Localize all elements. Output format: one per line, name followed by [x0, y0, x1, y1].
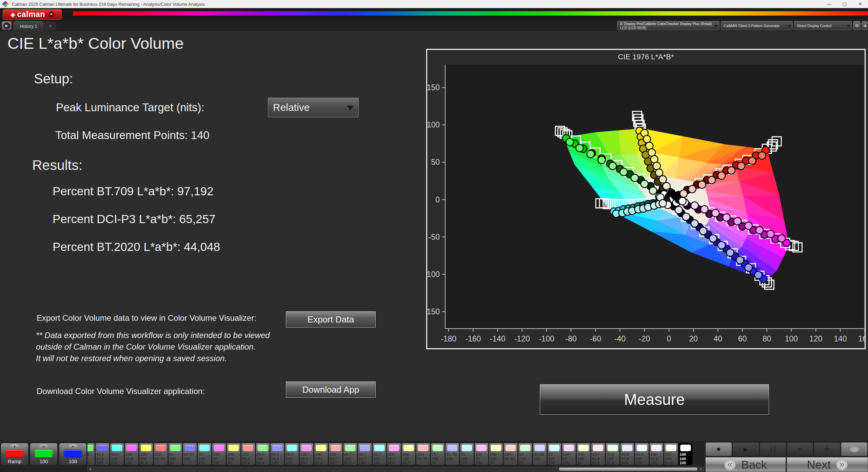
pattern-green-button[interactable]: ▲ 100	[30, 443, 58, 465]
swatch-label: 100 58,4 100	[300, 452, 313, 466]
swatch-button[interactable]: 75 75 100	[445, 443, 459, 465]
swatch-label: 91,8 91,8 100	[620, 452, 634, 466]
color-chip	[214, 445, 224, 451]
swatch-button[interactable]: 100 100 41,6	[139, 443, 153, 465]
swatch-button[interactable]: 83 100 83	[518, 443, 532, 465]
swatch-button[interactable]: 58,4 100 100	[285, 443, 299, 465]
swatch-button[interactable]: 100 58,4 100	[299, 443, 314, 465]
swatch-button[interactable]: 100 100 91,8	[664, 443, 678, 465]
back-button[interactable]: « Back	[705, 457, 786, 472]
pattern-window-button[interactable]: [-]	[760, 442, 786, 456]
swatch-label: 100 41,6 100	[125, 452, 138, 466]
swatch-button[interactable]: 66,7 66,7 100	[358, 443, 372, 465]
swatch-button[interactable]: 91,8 100 91,8	[606, 443, 620, 465]
pattern-ramp-button[interactable]: ▲ Ramp	[1, 443, 28, 465]
swatch-button[interactable]: 100 100 58,4	[314, 443, 328, 465]
swatch-button[interactable]: 100 91,8 100	[649, 443, 664, 465]
maximize-button[interactable]: ▢	[837, 0, 852, 8]
color-chip	[345, 445, 356, 451]
swatch-button[interactable]: 66,7 100 66,7	[343, 443, 357, 465]
loop-button[interactable]: ∞	[787, 442, 813, 456]
chevron-up-icon[interactable]: ▲	[39, 444, 48, 449]
swatch-selected[interactable]: 100 100 100	[678, 443, 693, 465]
repeat-button[interactable]: ⟳	[814, 442, 841, 456]
minimize-button[interactable]: —	[821, 0, 837, 8]
swatch-button[interactable]: 41,6 100 41,6	[87, 443, 95, 465]
stop-button[interactable]: ■	[705, 442, 732, 456]
total-points-label: Total Measurement Points:	[55, 129, 188, 141]
swatch-button[interactable]: 41,6 100 100	[110, 443, 124, 465]
swatch-button[interactable]: 75 100 100	[460, 443, 474, 465]
swatch-button[interactable]: 100 66,7 66,7	[329, 443, 343, 465]
swatch-button[interactable]: 100 91,8 91,8	[591, 443, 605, 465]
total-points-row: Total Measurement Points: 140	[55, 129, 210, 142]
run-history-button[interactable]: ▶	[1, 21, 12, 31]
pattern-bar: ▲ Ramp ▲ 100 ▲ 100 41,6 100 41,641,6 41,…	[0, 441, 868, 472]
swatch-label: 100 66,7 100	[387, 452, 401, 466]
display-control-dropdown[interactable]: Direct Display Control	[794, 21, 852, 30]
swatch-button[interactable]: 100 83 100	[562, 443, 576, 465]
export-data-button[interactable]: Export Data	[286, 311, 376, 328]
swatch-button[interactable]: 100 100 50	[226, 443, 241, 465]
swatch-button[interactable]: 83 100 100	[547, 443, 561, 465]
scroll-right-icon[interactable]: ▸	[699, 467, 704, 471]
swatch-button[interactable]: 50 100 100	[197, 443, 212, 465]
swatch-button[interactable]: 100 66,7 100	[387, 443, 401, 465]
swatch-button[interactable]: 83 83 100	[533, 443, 547, 465]
swatch-button[interactable]: 100 50 50	[154, 443, 168, 465]
chevron-up-icon[interactable]: ▲	[68, 444, 77, 449]
swatch-label: 100 75 75	[416, 452, 430, 461]
pattern-generator-label: CalMAN Client 3 Pattern Generator	[724, 21, 786, 30]
swatch-button[interactable]: 75 100 75	[431, 443, 445, 465]
swatch-button[interactable]: 100 41,6 100	[124, 443, 139, 465]
swatch-button[interactable]: 58,4 100 58,4	[256, 443, 270, 465]
color-chip	[359, 445, 370, 451]
swatch-button[interactable]: 100 75 100	[474, 443, 489, 465]
calman-logo-icon: ◈	[10, 11, 15, 19]
swatch-button[interactable]: 41,6 41,6 100	[95, 443, 110, 465]
swatch-button[interactable]: 66,7 100 100	[372, 443, 387, 465]
swatch-button[interactable]: 100 50 100	[212, 443, 226, 465]
swatch-label: 50 50 100	[183, 452, 197, 461]
calman-menu-button[interactable]: ◈ calman	[3, 9, 62, 20]
meter-device-dropdown[interactable]: i1 Display Pro/Calibrite ColorChecker Di…	[617, 21, 719, 30]
swatch-button[interactable]: 58,4 58,4 100	[270, 443, 284, 465]
measure-button[interactable]: Measure	[540, 384, 769, 415]
peak-luminance-dropdown[interactable]: Relative	[268, 98, 359, 117]
tab-history-1[interactable]: History 1	[14, 21, 43, 31]
color-chip	[287, 445, 297, 451]
download-label: Download Color Volume Visualizer applica…	[37, 387, 205, 396]
pattern-swatch-strip[interactable]: 41,6 100 41,641,6 41,6 10041,6 100 10010…	[87, 443, 704, 466]
swatch-button[interactable]: 100 58,4 58,4	[241, 443, 255, 465]
color-chip	[534, 445, 545, 451]
swatch-button[interactable]: 100 75 75	[416, 443, 430, 465]
pattern-generator-dropdown[interactable]: CalMAN Client 3 Pattern Generator	[721, 21, 793, 30]
next-button[interactable]: Next »	[787, 457, 868, 472]
svg-text:-120: -120	[514, 334, 530, 343]
swatch-button[interactable]: 100 83 83	[504, 443, 518, 465]
swatch-label: 66,7 100 66,7	[343, 452, 357, 466]
swatch-button[interactable]: 100 100 66,7	[401, 443, 416, 465]
pattern-blue-button[interactable]: ▲ 100	[59, 443, 87, 465]
play-button[interactable]: ▶	[732, 442, 759, 456]
swatch-button[interactable]: 50 50 100	[183, 443, 197, 465]
settings-gear-button[interactable]: ⚙	[853, 21, 861, 30]
close-button[interactable]: ✕	[852, 0, 868, 8]
swatch-button[interactable]: 100 100 83	[576, 443, 591, 465]
scrollbar-thumb[interactable]	[559, 468, 697, 471]
swatch-scrollbar[interactable]: ◂ ▸	[87, 467, 704, 471]
meter-button[interactable]	[841, 442, 868, 456]
collapse-panel-button[interactable]: ◀	[862, 21, 868, 30]
swatch-button[interactable]: 91,8 91,8 100	[620, 443, 634, 465]
add-tab-button[interactable]: +	[44, 22, 56, 31]
pattern-label: Ramp	[1, 458, 28, 464]
download-app-button[interactable]: Download App	[286, 381, 376, 398]
swatch-button[interactable]: 50 100 50	[168, 443, 182, 465]
chevron-down-icon	[347, 106, 354, 114]
swatch-button[interactable]: 91,8 100 100	[635, 443, 649, 465]
scroll-left-icon[interactable]: ◂	[88, 467, 93, 471]
chevron-up-icon[interactable]: ▲	[10, 444, 19, 449]
swatch-button[interactable]: 100 100 75	[489, 443, 503, 465]
result-bt2020: Percent BT.2020 L*a*b*: 44,048	[53, 240, 220, 254]
svg-text:-80: -80	[565, 334, 576, 343]
